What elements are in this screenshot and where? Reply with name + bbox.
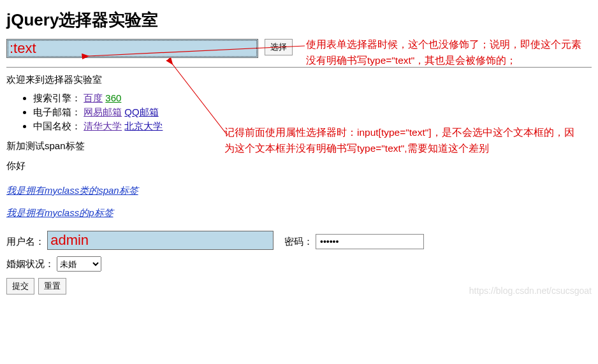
list-label: 电子邮箱：: [33, 106, 81, 117]
link-netease-mail[interactable]: 网易邮箱: [84, 106, 122, 117]
select-button[interactable]: 选择: [265, 39, 293, 55]
list-item: 电子邮箱： 网易邮箱 QQ邮箱: [33, 106, 592, 119]
password-input[interactable]: [316, 234, 424, 249]
list-item: 搜索引擎： 百度 360: [33, 92, 592, 105]
page-title: jQuery选择器实验室: [6, 9, 592, 31]
username-label: 用户名：: [6, 236, 45, 247]
welcome-text: 欢迎来到选择器实验室: [6, 74, 592, 86]
link-baidu[interactable]: 百度: [84, 92, 103, 103]
link-qq-mail[interactable]: QQ邮箱: [124, 106, 158, 117]
link-tsinghua[interactable]: 清华大学: [84, 120, 122, 131]
hello-text: 你好: [6, 160, 592, 172]
marital-label: 婚姻状况：: [6, 258, 54, 269]
myclass-span: 我是拥有myclass类的span标签: [6, 185, 138, 197]
list-label: 搜索引擎：: [33, 92, 81, 103]
username-input[interactable]: [47, 231, 273, 250]
watermark: https://blog.csdn.net/csucsgoat: [469, 286, 592, 296]
link-360[interactable]: 360: [105, 92, 121, 103]
annotation-1: 使用表单选择器时候，这个也没修饰了；说明，即使这个元素没有明确书写type="t…: [306, 37, 587, 69]
reset-button[interactable]: 重置: [38, 278, 66, 295]
myclass-p: 我是拥有myclass的p标签: [6, 207, 113, 219]
link-pku[interactable]: 北京大学: [124, 120, 163, 131]
password-label: 密码：: [284, 236, 313, 247]
list-label: 中国名校：: [33, 120, 81, 131]
selector-input[interactable]: [6, 39, 258, 58]
submit-button[interactable]: 提交: [6, 278, 34, 295]
annotation-2: 记得前面使用属性选择器时：input[type="text"]，是不会选中这个文…: [224, 125, 581, 157]
marital-select[interactable]: 未婚: [57, 256, 101, 272]
